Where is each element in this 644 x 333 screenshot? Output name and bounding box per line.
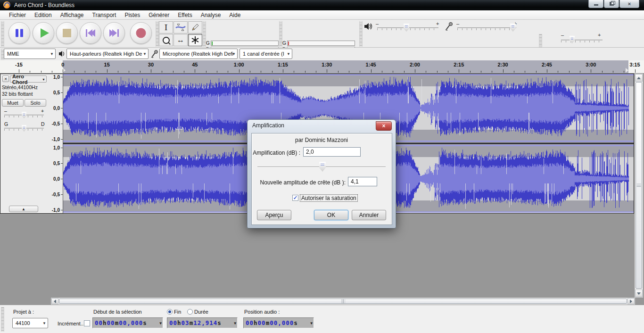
menu-analyse[interactable]: Analyse bbox=[197, 11, 225, 19]
end-radio-label: Fin bbox=[174, 309, 181, 315]
allow-clipping-label[interactable]: Autoriser la saturation bbox=[300, 195, 357, 201]
meter-bar-left bbox=[211, 41, 279, 46]
menu-aide[interactable]: Aide bbox=[225, 11, 245, 19]
chevron-down-icon: ▼ bbox=[232, 52, 236, 56]
ruler-label: 30 bbox=[148, 62, 154, 67]
meter-bar-left bbox=[287, 41, 355, 46]
recording-volume-thumb[interactable] bbox=[510, 24, 516, 32]
title-bar: Aero Chord - Boundless × bbox=[0, 0, 644, 10]
menu-fichier[interactable]: Fichier bbox=[5, 11, 30, 19]
skip-to-end-button[interactable] bbox=[103, 22, 125, 44]
playback-volume-thumb[interactable] bbox=[404, 24, 409, 32]
skip-to-start-button[interactable] bbox=[80, 22, 101, 44]
selection-tool-button[interactable]: I bbox=[159, 21, 173, 33]
close-button[interactable]: × bbox=[619, 0, 639, 8]
vertical-ruler-label: 0,0 bbox=[53, 106, 60, 111]
ruler-minor-tick bbox=[558, 71, 558, 73]
scroll-down-button[interactable] bbox=[635, 290, 643, 297]
restore-button[interactable] bbox=[604, 0, 619, 8]
zoom-tool-button[interactable] bbox=[159, 34, 173, 46]
ruler-minor-tick bbox=[118, 71, 118, 73]
ruler-minor-tick bbox=[536, 71, 537, 73]
ruler-minor-tick bbox=[393, 71, 393, 73]
play-button[interactable] bbox=[33, 22, 54, 44]
ok-button[interactable]: OK bbox=[314, 210, 348, 220]
menu-transport[interactable]: Transport bbox=[88, 11, 121, 19]
vertical-ruler-tick bbox=[61, 108, 63, 108]
project-rate-combo[interactable]: 44100▼ bbox=[12, 318, 48, 328]
vertical-ruler[interactable]: 1,00,50,0-0,5-1,01,00,50,0-0,5-1,0 bbox=[48, 74, 63, 213]
mixer-toolbar-grip[interactable] bbox=[359, 21, 363, 47]
scroll-left-button[interactable] bbox=[51, 298, 58, 304]
playspeed-slider[interactable] bbox=[561, 40, 603, 41]
ruler-major-tick bbox=[283, 69, 283, 73]
scroll-right-button[interactable] bbox=[627, 298, 635, 304]
recording-channels-combo[interactable]: 1 canal d'entrée (I▼ bbox=[239, 49, 292, 59]
menu-affichage[interactable]: Affichage bbox=[56, 11, 88, 19]
multi-tool-button[interactable] bbox=[188, 34, 202, 46]
timeline-ruler[interactable]: -1501530451:001:151:301:452:002:152:302:… bbox=[0, 60, 644, 74]
project-rate-label: Projet à : bbox=[13, 309, 34, 315]
selection-start-time[interactable]: 00 h 00 m 00,000 s▼ bbox=[92, 317, 163, 328]
recording-device-combo[interactable]: Microphone (Realtek High Defi▼ bbox=[159, 49, 238, 59]
playback-device-combo[interactable]: Haut-parleurs (Realtek High De▼ bbox=[66, 49, 149, 59]
ruler-major-tick bbox=[459, 69, 459, 73]
track-close-button[interactable]: × bbox=[2, 75, 9, 82]
track-name-menu[interactable]: Aero Chord▼ bbox=[10, 75, 47, 83]
playback-device-speaker-icon bbox=[58, 50, 66, 57]
double-arrow-icon: ↔ bbox=[177, 36, 184, 44]
dialog-close-button[interactable]: × bbox=[376, 121, 392, 131]
magnifier-icon bbox=[163, 37, 170, 44]
envelope-tool-button[interactable] bbox=[173, 21, 188, 33]
minimize-button[interactable] bbox=[588, 0, 603, 8]
ruler-minor-tick bbox=[206, 71, 206, 73]
duration-radio[interactable] bbox=[187, 309, 193, 315]
meter-channel-label: G bbox=[282, 41, 286, 46]
mute-button[interactable]: Muet bbox=[2, 99, 24, 107]
preview-button[interactable]: Aperçu bbox=[257, 210, 291, 220]
record-icon bbox=[136, 28, 146, 38]
transport-toolbar-grip[interactable] bbox=[1, 21, 4, 47]
vertical-scroll-thumb[interactable] bbox=[636, 82, 642, 289]
toolbar-dock: I ↔ GD-36-24-120▼ GD-36-24-120▼ – + – + bbox=[0, 20, 644, 48]
ruler-major-tick bbox=[503, 69, 504, 73]
selection-start-label: Début de la sélection bbox=[93, 309, 142, 315]
chevron-down-icon: ▼ bbox=[159, 321, 162, 325]
snap-to-checkbox[interactable] bbox=[84, 320, 90, 326]
menu-edition[interactable]: Edition bbox=[30, 11, 56, 19]
pencil-icon bbox=[191, 23, 199, 32]
selection-toolbar-grip[interactable] bbox=[1, 307, 4, 332]
vertical-ruler-label: -0,5 bbox=[52, 192, 60, 197]
stop-button[interactable] bbox=[56, 22, 78, 44]
transcription-toolbar-grip[interactable] bbox=[539, 34, 542, 47]
pause-button[interactable] bbox=[8, 22, 30, 44]
end-radio[interactable] bbox=[167, 309, 173, 315]
selection-end-time[interactable]: 00 h 03 m 12,914 s▼ bbox=[167, 317, 238, 328]
allow-clipping-checkbox[interactable]: ✓ bbox=[292, 195, 298, 201]
scroll-up-button[interactable] bbox=[635, 74, 643, 82]
tools-toolbar-grip[interactable] bbox=[156, 21, 159, 47]
draw-tool-button[interactable] bbox=[188, 21, 202, 33]
audio-host-combo[interactable]: MME▼ bbox=[4, 49, 56, 59]
ruler-minor-tick bbox=[294, 71, 294, 73]
solo-button[interactable]: Solo bbox=[25, 99, 46, 107]
timeshift-tool-button[interactable]: ↔ bbox=[173, 34, 188, 46]
new-peak-input[interactable]: 4,1 bbox=[348, 177, 377, 186]
recording-channels-value: 1 canal d'entrée (I bbox=[243, 51, 284, 57]
menu-pistes[interactable]: Pistes bbox=[120, 11, 144, 19]
pause-icon bbox=[16, 29, 23, 37]
vertical-scrollbar[interactable] bbox=[635, 74, 643, 298]
recording-volume-slider[interactable] bbox=[457, 27, 516, 28]
track-collapse-button[interactable]: ▲ bbox=[9, 206, 38, 212]
ruler-major-tick bbox=[239, 69, 239, 73]
menu-generer[interactable]: Générer bbox=[144, 11, 173, 19]
record-button[interactable] bbox=[130, 22, 152, 44]
audio-position-time[interactable]: 00 h 00 m 00,000 s▼ bbox=[243, 317, 314, 328]
meter-peak-line bbox=[288, 42, 289, 45]
chevron-down-icon: ▼ bbox=[287, 52, 290, 56]
horizontal-scrollbar[interactable] bbox=[51, 298, 635, 305]
amplification-input[interactable]: 2,0 bbox=[303, 147, 361, 157]
menu-effets[interactable]: Effets bbox=[173, 11, 196, 19]
cancel-button[interactable]: Annuler bbox=[352, 210, 386, 220]
horizontal-scroll-thumb[interactable] bbox=[59, 299, 627, 304]
